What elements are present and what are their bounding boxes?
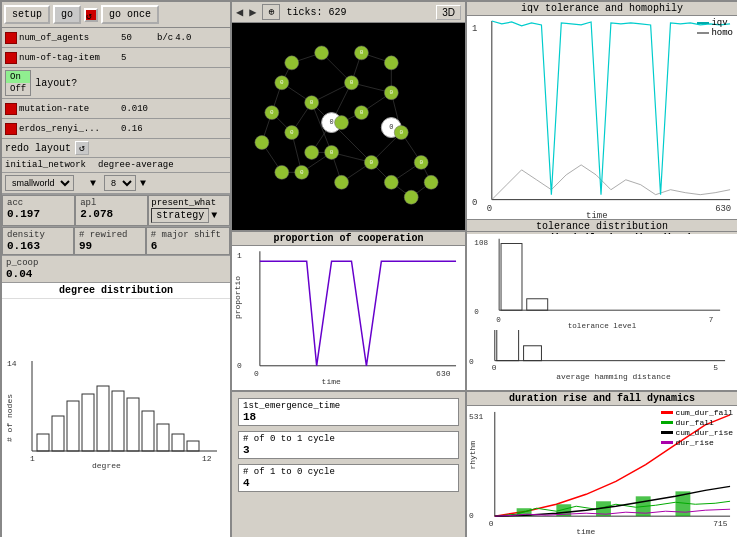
redo-button[interactable]: ↺ — [75, 141, 89, 155]
svg-text:1: 1 — [472, 24, 477, 34]
svg-point-76 — [404, 190, 418, 204]
svg-text:rhythm: rhythm — [468, 441, 477, 470]
svg-text:0: 0 — [329, 118, 333, 126]
svg-text:0: 0 — [350, 79, 354, 86]
first-emergence-label: 1st_emergence_time — [243, 401, 454, 411]
go-stop-icon[interactable]: ↺ — [84, 8, 98, 22]
svg-text:average hamming distance: average hamming distance — [556, 372, 671, 381]
svg-point-73 — [255, 136, 269, 150]
erdos-val: 0.16 — [121, 124, 151, 134]
svg-rect-9 — [67, 401, 79, 451]
svg-text:0: 0 — [360, 109, 364, 116]
svg-text:time: time — [576, 527, 595, 536]
iqv-chart-svg: 0 1 0 630 time — [467, 16, 737, 219]
rewired-val: 99 — [79, 240, 141, 252]
p-coop-val: 0.04 — [6, 268, 226, 280]
acc-val: 0.197 — [7, 208, 70, 220]
svg-text:0: 0 — [370, 159, 374, 166]
num-agents-label: num_of_agents — [19, 33, 119, 43]
mutation-slider-thumb — [5, 103, 17, 115]
svg-text:0: 0 — [254, 369, 259, 378]
network-canvas: 0 0 0 0 0 0 0 0 0 0 0 0 0 0 0 — [232, 23, 465, 230]
svg-text:0: 0 — [492, 363, 497, 372]
svg-text:14: 14 — [7, 359, 17, 368]
rewired-label: # rewired — [79, 230, 141, 240]
iqv-chart-title: iqv tolerance and homophily — [467, 2, 737, 16]
num-agents-val: 50 — [121, 33, 151, 43]
major-shift-val: 6 — [151, 240, 225, 252]
svg-text:0: 0 — [496, 316, 501, 324]
btn-3d[interactable]: 3D — [436, 5, 461, 20]
degree-select[interactable]: 8 — [104, 175, 136, 191]
density-label: density — [7, 230, 69, 240]
present-what-val[interactable]: strategy — [151, 208, 209, 223]
svg-text:0: 0 — [474, 308, 479, 316]
svg-text:0: 0 — [290, 129, 294, 136]
degree-dist-chart: # of nodes 14 1 12 degree — [2, 299, 230, 533]
present-what-label: present_what — [151, 198, 227, 208]
erdos-label: erdos_renyi_... — [19, 124, 119, 134]
legend-dur-rise: dur_rise — [675, 438, 713, 447]
svg-text:0: 0 — [389, 123, 393, 131]
svg-text:proportio: proportio — [233, 276, 242, 319]
svg-rect-7 — [37, 434, 49, 451]
ticks-label: ticks: — [286, 7, 322, 18]
ticks-val: 629 — [328, 7, 346, 18]
svg-text:0: 0 — [399, 129, 403, 136]
net-header: ◀ ▶ ⊕ ticks: 629 3D — [232, 2, 465, 23]
nav-right-arrow[interactable]: ▶ — [249, 5, 256, 20]
layout-label: layout? — [35, 78, 77, 89]
svg-text:630: 630 — [715, 204, 731, 214]
on-button[interactable]: On — [6, 71, 30, 83]
go-once-button[interactable]: go once — [101, 5, 159, 24]
svg-rect-128 — [524, 346, 542, 361]
svg-point-74 — [275, 165, 289, 179]
network-select[interactable]: smallworld — [5, 175, 74, 191]
redo-label: redo layout — [5, 143, 71, 154]
svg-point-71 — [285, 56, 299, 70]
svg-text:0: 0 — [489, 519, 494, 528]
present-what-dropdown-arrow[interactable]: ▼ — [211, 210, 217, 221]
svg-text:0: 0 — [469, 511, 474, 520]
degree-label: degree-average — [98, 160, 174, 170]
svg-text:1: 1 — [30, 454, 35, 463]
svg-text:108: 108 — [474, 240, 488, 248]
svg-rect-17 — [187, 441, 199, 451]
svg-text:0: 0 — [270, 109, 274, 116]
erdos-slider-thumb — [5, 123, 17, 135]
setup-button[interactable]: setup — [4, 5, 50, 24]
zero-to-one-val: 3 — [243, 444, 454, 456]
nav-icon[interactable]: ⊕ — [262, 4, 280, 20]
major-shift-label: # major shift — [151, 230, 225, 240]
num-tag-slider-thumb — [5, 52, 17, 64]
svg-rect-110 — [527, 299, 548, 310]
num-tag-val: 5 — [121, 53, 151, 63]
mutation-label: mutation-rate — [19, 104, 119, 114]
nav-left-arrow[interactable]: ◀ — [236, 5, 243, 20]
zero-to-one-label: # of 0 to 1 cycle — [243, 434, 454, 444]
svg-text:0: 0 — [469, 357, 474, 366]
num-tag-label: num-of-tag-item — [19, 53, 119, 63]
go-button[interactable]: go — [53, 5, 81, 24]
svg-text:0: 0 — [330, 149, 334, 156]
tolerance-chart-svg: 0 108 0 7 tolerance level — [467, 234, 737, 329]
svg-text:0: 0 — [360, 49, 364, 56]
first-emergence-val: 18 — [243, 411, 454, 423]
svg-text:5: 5 — [713, 363, 718, 372]
iqv-legend-homo: homo — [711, 28, 733, 38]
svg-text:degree: degree — [92, 461, 121, 470]
first-emergence-box: 1st_emergence_time 18 — [238, 398, 459, 426]
legend-cum-dur-fall: cum_dur_fall — [675, 408, 733, 417]
svg-point-72 — [315, 46, 329, 60]
apl-val: 2.078 — [80, 208, 143, 220]
svg-text:630: 630 — [436, 369, 451, 378]
svg-text:0: 0 — [237, 361, 242, 370]
svg-text:531: 531 — [469, 412, 484, 421]
on-off-toggle[interactable]: On Off — [5, 70, 31, 96]
svg-rect-11 — [97, 386, 109, 451]
svg-rect-8 — [52, 416, 64, 451]
bc-val: 4.0 — [175, 33, 205, 43]
off-button[interactable]: Off — [6, 83, 30, 95]
acc-label: acc — [7, 198, 70, 208]
one-to-zero-val: 4 — [243, 477, 454, 489]
